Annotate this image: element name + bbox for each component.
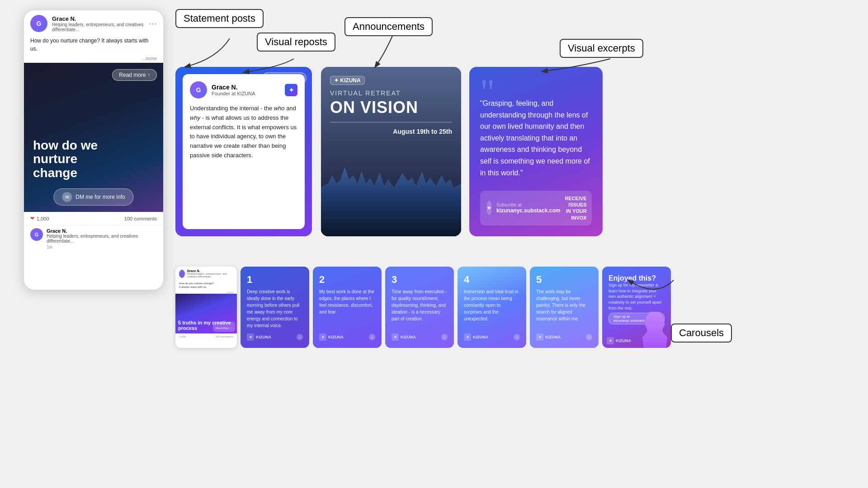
heart-icon: ❤ (30, 216, 34, 221)
statement-card-inner: G Grace N. Founder at KIZUNA ✦ Understan… (183, 74, 305, 229)
excerpt-card: " "Grasping, feeling, and understanding … (469, 67, 603, 236)
phone-mockup: G Grace N. Helping leaders, entrepreneur… (24, 10, 164, 290)
phone-author-subtitle: Helping leaders, entrepreneurs, and crea… (52, 22, 144, 32)
carousel-card-2: 2 My best work is done at the edges, the… (313, 267, 382, 348)
mini-phone-footer: 1,000 100 comments (175, 333, 237, 340)
kizuna-icon-2: ✦ (319, 333, 326, 341)
carousel-text-1: Deep creative work is ideally done in th… (247, 286, 303, 333)
phone-comments-count: 100 comments (124, 216, 157, 221)
carousel-last-title: Enjoyed this? (609, 274, 665, 282)
mini-phone-image: 5 truths in my creative process Read Mor… (175, 294, 237, 333)
announcement-brand: ✦ KIZUNA (330, 76, 452, 85)
statement-card: Read more ↑ G Grace N. Founder at KIZUNA… (175, 67, 312, 236)
carousel-brand-5: ✦ KIZUNA ○ (536, 333, 592, 341)
kizuna-icon-4: ✦ (464, 333, 471, 341)
phone-comment-text: Grace N. Helping leaders, entrepreneurs,… (47, 228, 157, 249)
phone-more-text: ...more (24, 56, 163, 63)
carousel-num-1: 1 (247, 274, 303, 286)
mini-phone-text: How do you nurture change?It always star… (175, 281, 237, 291)
carousel-last-card: Enjoyed this? Sign up for my newsletter … (602, 267, 671, 348)
carousel-last-brand: ✦ KIZUNA (607, 337, 631, 344)
card-avatar: G (190, 81, 207, 99)
person-silhouette (642, 312, 667, 348)
kizuna-brand-small-3: ✦ KIZUNA (392, 333, 416, 341)
phone-post-text: How do you nurture change? It always sta… (24, 35, 163, 56)
announcement-dates: August 19th to 25th (330, 128, 452, 135)
kizuna-brand-small-1: ✦ KIZUNA (247, 333, 271, 341)
carousel-card-3: 3 Time away from execution - for quality… (385, 267, 454, 348)
phone-hero-image: Read more ↑ how do we nurture change ✉ D… (24, 63, 163, 212)
carousel-dot-3: ○ (441, 334, 448, 340)
carousel-dot-1: ○ (297, 334, 303, 340)
carousel-text-5: The work may be challenging, but never p… (536, 286, 592, 333)
mini-phone-card: Grace N. Helping leaders, entrepreneurs,… (175, 267, 237, 348)
announcement-card: ✦ KIZUNA VIRTUAL RETREAT ON VISION Augus… (321, 67, 461, 236)
person-graphic (645, 307, 671, 348)
carousel-text-4: Immersion and total trust in the process… (464, 286, 520, 333)
visual-reposts-label: Visual reposts (257, 33, 335, 52)
kizuna-icon-5: ✦ (536, 333, 543, 341)
announcement-subtitle: VIRTUAL RETREAT (330, 89, 452, 97)
announcement-divider (330, 122, 452, 122)
carousel-cta-card: Enjoyed this? Sign up for my newsletter … (602, 267, 671, 348)
phone-likes: ❤ 1,000 (30, 216, 49, 221)
carousel-card-1: 1 Deep creative work is ideally done in … (241, 267, 309, 348)
excerpt-quote-text: "Grasping, feeling, and understanding th… (480, 98, 592, 178)
kizuna-icon-1: ✦ (247, 333, 254, 341)
card-quote-text: Understanding the internal - the who and… (190, 104, 297, 160)
kizuna-brand-logo: ✦ KIZUNA (330, 76, 365, 85)
phone-footer: ❤ 1,000 100 comments (24, 212, 163, 225)
phone-author-name: Grace N. (52, 15, 144, 22)
carousel-brand-3: ✦ KIZUNA ○ (392, 333, 448, 341)
carousel-card-4: 4 Immersion and total trust in the proce… (458, 267, 526, 348)
carousel-num-2: 2 (319, 274, 375, 286)
card-author-subtitle: Founder at KIZUNA (212, 91, 255, 96)
card-author-name: Grace N. (212, 84, 255, 91)
dm-button[interactable]: ✉ DM me for more info (53, 188, 133, 206)
phone-image-text: how do we nurture change (24, 130, 107, 189)
kizuna-brand-small-4: ✦ KIZUNA (464, 333, 488, 341)
mini-phone-avatar (179, 270, 185, 278)
carousel-brand-4: ✦ KIZUNA ○ (464, 333, 520, 341)
mini-phone-name: Grace N. (187, 269, 233, 272)
excerpt-footer-cta: RECEIVE ISSUES IN YOUR INVOX (565, 195, 586, 221)
kizuna-logo: ✦ (285, 84, 297, 96)
mini-phone-sub: Helping leaders, entrepreneurs, and crea… (187, 272, 233, 278)
kizuna-icon-last: ✦ (607, 337, 614, 344)
carousel-dot-5: ○ (586, 334, 592, 340)
kizuna-brand-small-5: ✦ KIZUNA (536, 333, 561, 341)
phone-menu-dots[interactable]: ⋯ (149, 19, 157, 28)
kizuna-icon-3: ✦ (392, 333, 399, 341)
comment-avatar: G (30, 228, 43, 241)
carousel-brand-2: ✦ KIZUNA ○ (319, 333, 375, 341)
phone-avatar: G (30, 15, 47, 32)
carousels-label: Carousels (671, 324, 732, 343)
carousel-num-5: 5 (536, 274, 592, 286)
phone-read-more-button[interactable]: Read more ↑ (112, 69, 157, 81)
carousel-brand-1: ✦ KIZUNA ○ (247, 333, 303, 341)
carousel-last-text: Sign up for my newsletter & learn how to… (609, 282, 665, 311)
excerpt-footer: ✦ Subscribe at kizunanyc.substack.com RE… (480, 191, 592, 225)
phone-comment-row: G Grace N. Helping leaders, entrepreneur… (24, 225, 163, 252)
carousel-text-3: Time away from execution - for quality n… (392, 286, 448, 333)
visual-excerpts-label: Visual excerpts (560, 39, 643, 58)
statement-read-more-button[interactable]: Read more ↑ (262, 72, 307, 84)
mini-read-more-btn[interactable]: Read More → (213, 322, 235, 332)
statement-posts-label: Statement posts (175, 9, 264, 28)
excerpt-footer-icon: ✦ (486, 201, 492, 215)
carousel-dot-4: ○ (514, 334, 520, 340)
phone-header: G Grace N. Helping leaders, entrepreneur… (24, 10, 163, 35)
carousel-strip: Grace N. Helping leaders, entrepreneurs,… (175, 267, 671, 348)
announcement-main-title: ON VISION (330, 99, 452, 117)
carousel-num-3: 3 (392, 274, 448, 286)
carousel-dot-2: ○ (369, 334, 375, 340)
carousel-card-5: 5 The work may be challenging, but never… (530, 267, 599, 348)
main-canvas: Statement posts Visual reposts Announcem… (0, 0, 868, 488)
announcements-label: Announcements (344, 17, 433, 36)
carousel-num-4: 4 (464, 274, 520, 286)
kizuna-brand-small-2: ✦ KIZUNA (319, 333, 344, 341)
dm-icon: ✉ (62, 192, 72, 202)
carousel-text-2: My best work is done at the edges, the p… (319, 286, 375, 333)
excerpt-footer-text: Subscribe at kizunanyc.substack.com (496, 202, 560, 214)
